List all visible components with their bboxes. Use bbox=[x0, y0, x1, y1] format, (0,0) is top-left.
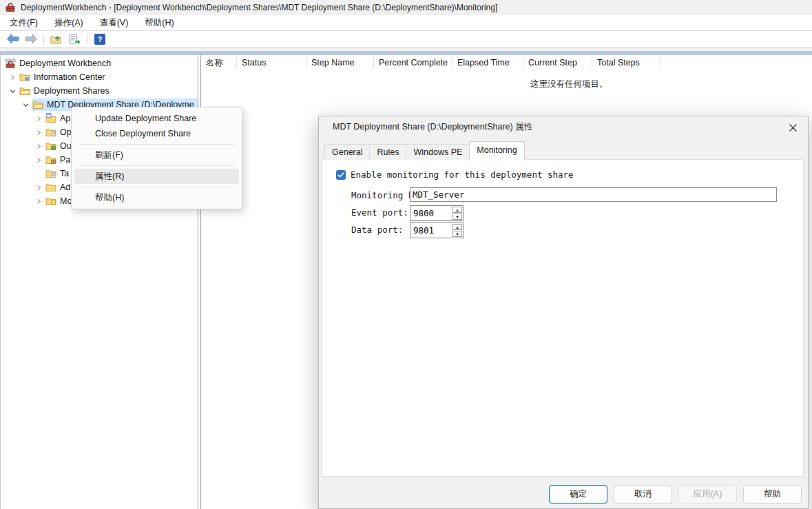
empty-list-message: 这里没有任何项目。 bbox=[530, 79, 608, 90]
tree-item-label: Ad bbox=[60, 183, 70, 192]
monitoring-folder-icon bbox=[45, 196, 57, 207]
chevron-right-icon[interactable] bbox=[32, 157, 45, 163]
enable-monitoring-row: Enable monitoring for this deployment sh… bbox=[336, 169, 574, 180]
drivers-folder-icon bbox=[45, 141, 57, 152]
dialog-help-button[interactable]: 帮助 bbox=[743, 485, 802, 503]
data-port-input[interactable] bbox=[410, 223, 452, 238]
dialog-title: MDT Deployment Share (D:\DeploymentShare… bbox=[333, 121, 532, 133]
dialog-apply-button[interactable]: 应用(A) bbox=[678, 485, 737, 503]
tree-item-information-center[interactable]: iInformation Center bbox=[1, 70, 198, 84]
folder-icon bbox=[45, 182, 57, 193]
tree-item-label: Mo bbox=[60, 196, 72, 206]
help-icon[interactable]: ? bbox=[90, 34, 109, 45]
tab-monitoring[interactable]: Monitoring bbox=[469, 141, 524, 160]
chevron-right-icon[interactable] bbox=[32, 143, 45, 149]
info-folder-icon: i bbox=[19, 72, 31, 83]
show-console-tree-icon[interactable] bbox=[47, 34, 65, 45]
window-title: DeploymentWorkbench - [Deployment Workbe… bbox=[21, 3, 497, 12]
tree-item-label: Ta bbox=[60, 169, 69, 178]
dialog-tab-strip: GeneralRulesWindows PEMonitoring bbox=[324, 141, 524, 160]
monitoring-tab-content: Enable monitoring for this deployment sh… bbox=[322, 159, 804, 477]
data-port-label: Data port: bbox=[351, 225, 403, 235]
tree-item-label: Pa bbox=[60, 155, 70, 165]
export-list-icon[interactable] bbox=[65, 34, 84, 45]
tree-item-deployment-shares[interactable]: Deployment Shares bbox=[1, 84, 198, 98]
column-header-total-steps[interactable]: Total Steps bbox=[592, 57, 661, 69]
monitoring-host-input[interactable] bbox=[410, 187, 777, 202]
dialog-ok-button[interactable]: 确定 bbox=[549, 485, 607, 503]
data-port-up-icon[interactable]: ▲ bbox=[452, 224, 462, 230]
tasks-folder-icon bbox=[45, 168, 57, 179]
workbench-icon bbox=[5, 58, 17, 69]
tree-item-label: Ou bbox=[60, 141, 72, 151]
toolbar: ? bbox=[0, 31, 812, 47]
event-port-up-icon[interactable]: ▲ bbox=[452, 207, 462, 213]
event-port-spinner: ▲ ▼ bbox=[410, 205, 464, 221]
context-menu-item-refresh[interactable]: 刷新(F) bbox=[74, 147, 239, 163]
packages-folder-icon bbox=[45, 154, 57, 165]
dialog-close-icon[interactable] bbox=[784, 119, 801, 136]
event-port-spin-buttons: ▲ ▼ bbox=[452, 206, 463, 220]
forward-icon[interactable] bbox=[22, 34, 41, 44]
dialog-cancel-button[interactable]: 取消 bbox=[614, 485, 672, 503]
applications-folder-icon bbox=[45, 113, 57, 124]
list-header: 名称StatusStep NamePercent CompleteElapsed… bbox=[201, 55, 812, 70]
event-port-down-icon[interactable]: ▼ bbox=[452, 214, 462, 220]
toolbar-separator bbox=[43, 34, 44, 45]
menu-separator bbox=[78, 165, 236, 166]
tree-item-label: Ap bbox=[60, 114, 70, 123]
chevron-right-icon[interactable] bbox=[32, 185, 45, 191]
menu-bar: 文件(F)操作(A)查看(V)帮助(H) bbox=[0, 15, 812, 31]
open-folder-icon bbox=[32, 99, 44, 110]
data-port-spin-buttons: ▲ ▼ bbox=[452, 223, 463, 238]
enable-monitoring-label: Enable monitoring for this deployment sh… bbox=[351, 169, 574, 180]
menu-item-file-menu[interactable]: 文件(F) bbox=[1, 15, 46, 30]
open-folder-icon bbox=[19, 85, 31, 96]
column-header-percent-complete[interactable]: Percent Complete bbox=[374, 57, 452, 69]
app-icon bbox=[5, 2, 16, 13]
tab-rules[interactable]: Rules bbox=[369, 144, 406, 160]
context-menu-item-properties[interactable]: 属性(R) bbox=[74, 169, 239, 184]
tree-item-deployment-workbench[interactable]: Deployment Workbench bbox=[1, 56, 198, 70]
column-header-name[interactable]: 名称 bbox=[201, 57, 237, 69]
chevron-down-icon[interactable] bbox=[6, 88, 19, 94]
deployment-workbench-window: DeploymentWorkbench - [Deployment Workbe… bbox=[0, 0, 812, 509]
column-header-status[interactable]: Status bbox=[237, 57, 306, 69]
menu-item-action-menu[interactable]: 操作(A) bbox=[46, 15, 92, 30]
tab-general[interactable]: General bbox=[324, 144, 370, 160]
context-menu-item-update-deployment-share[interactable]: Update Deployment Share bbox=[74, 111, 239, 126]
context-menu-item-close-deployment-share[interactable]: Close Deployment Share bbox=[74, 126, 239, 141]
data-port-down-icon[interactable]: ▼ bbox=[452, 231, 462, 237]
chevron-right-icon[interactable] bbox=[32, 129, 45, 136]
event-port-label: Event port: bbox=[351, 207, 408, 218]
back-icon[interactable] bbox=[3, 34, 22, 44]
tab-windows-pe[interactable]: Windows PE bbox=[406, 144, 470, 160]
menu-separator bbox=[78, 144, 236, 145]
column-header-current-step[interactable]: Current Step bbox=[523, 57, 592, 69]
context-menu-item-help[interactable]: 帮助(H) bbox=[74, 190, 239, 205]
svg-text:?: ? bbox=[97, 35, 102, 43]
enable-monitoring-checkbox[interactable] bbox=[336, 170, 346, 180]
data-port-spinner: ▲ ▼ bbox=[410, 222, 464, 238]
tree-item-label: Deployment Workbench bbox=[19, 59, 111, 68]
tree-item-label: Op bbox=[60, 127, 72, 137]
menu-item-help-menu[interactable]: 帮助(H) bbox=[136, 15, 182, 30]
tree-item-label: Deployment Shares bbox=[34, 86, 110, 96]
column-header-elapsed-time[interactable]: Elapsed Time bbox=[452, 57, 523, 69]
os-folder-icon bbox=[45, 127, 57, 138]
column-header-step-name[interactable]: Step Name bbox=[306, 57, 374, 69]
chevron-right-icon[interactable] bbox=[6, 74, 19, 81]
chevron-down-icon[interactable] bbox=[19, 102, 32, 108]
tree-item-label: Information Center bbox=[34, 72, 105, 82]
toolbar-separator bbox=[87, 34, 87, 45]
chevron-right-icon[interactable] bbox=[32, 116, 45, 122]
event-port-input[interactable] bbox=[410, 206, 452, 220]
menu-separator bbox=[78, 187, 236, 187]
title-bar: DeploymentWorkbench - [Deployment Workbe… bbox=[0, 0, 812, 15]
chevron-right-icon[interactable] bbox=[32, 198, 45, 205]
dialog-button-row: 确定取消应用(A)帮助 bbox=[549, 485, 802, 503]
menu-item-view-menu[interactable]: 查看(V) bbox=[92, 15, 137, 30]
properties-dialog: MDT Deployment Share (D:\DeploymentShare… bbox=[318, 116, 809, 509]
context-menu: Update Deployment ShareClose Deployment … bbox=[71, 107, 242, 209]
